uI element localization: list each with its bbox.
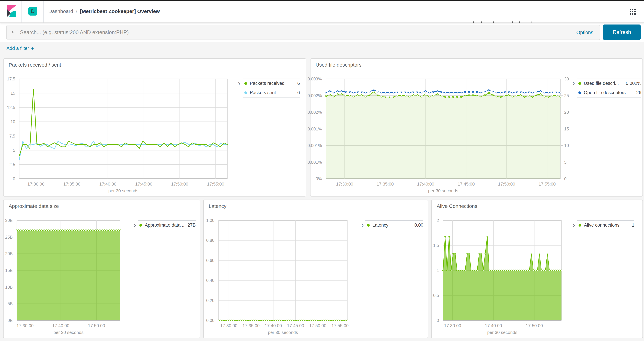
plus-icon: + xyxy=(31,45,34,51)
panel-title: Alive Connections xyxy=(437,203,477,209)
panel-packets-received-sent: Packets received / sent 17.51512.5107.55… xyxy=(3,58,306,197)
panel-used-file-descriptors: Used file descriptors 0.003%0.002%0.002%… xyxy=(310,58,643,197)
legend-swatch xyxy=(578,91,581,94)
legend-toggle-icon[interactable]: › xyxy=(361,221,364,229)
axis-tick xyxy=(561,179,563,179)
y-axis-label: 0.001% xyxy=(303,159,322,165)
y-axis-label: 15B xyxy=(0,268,13,273)
x-axis-label: 17:45:00 xyxy=(452,181,480,187)
options-link[interactable]: Options xyxy=(576,30,593,35)
chart-legend: Used file descri...0.002%Open file descr… xyxy=(577,79,641,97)
y-axis-label: 30B xyxy=(0,218,13,223)
legend-value: 6 xyxy=(297,81,300,86)
legend-row[interactable]: Latency0.00 xyxy=(365,220,423,230)
legend-label: Open file descriptors xyxy=(584,90,633,95)
search-input[interactable] xyxy=(16,29,576,35)
x-axis-label: 17:30:00 xyxy=(438,323,467,329)
chart-legend: Latency0.00 xyxy=(365,220,423,230)
legend-swatch xyxy=(367,224,370,227)
y-axis-label: 10B xyxy=(0,284,13,290)
x-axis-label: 17:50:00 xyxy=(82,323,111,329)
y-axis-label: 0% xyxy=(303,176,322,182)
chart-plot-area[interactable] xyxy=(17,220,120,320)
y-axis-label: 15 xyxy=(0,90,15,96)
chart-plot-area[interactable] xyxy=(443,220,562,320)
add-filter-button[interactable]: Add a filter + xyxy=(6,45,34,51)
y-axis-label: 17.5 xyxy=(0,76,15,82)
x-axis-label: 17:50:00 xyxy=(492,181,521,187)
legend-row[interactable]: Open file descriptors26 xyxy=(577,88,641,97)
x-axis-caption: per 30 seconds xyxy=(19,188,228,193)
query-bar-row: >_ Options Refresh xyxy=(0,23,644,42)
y-axis-label: 0.001% xyxy=(303,126,322,132)
legend-value: 27B xyxy=(188,223,196,228)
legend-toggle-icon[interactable]: › xyxy=(134,221,136,229)
y-axis-label: 5B xyxy=(0,301,13,307)
legend-row[interactable]: Alive connections1 xyxy=(577,220,634,230)
x-axis-label: 17:55:00 xyxy=(326,323,354,329)
legend-row[interactable]: Packets sent6 xyxy=(243,88,300,97)
chart-plot-area[interactable] xyxy=(19,79,228,179)
space-badge[interactable]: D xyxy=(28,7,37,15)
axis-tick xyxy=(561,79,563,79)
y-axis-label: 0.003% xyxy=(303,76,322,82)
header-divider xyxy=(43,0,44,22)
x-axis-caption: per 30 seconds xyxy=(17,330,120,335)
y-axis-label: 0 xyxy=(0,176,15,182)
legend-row[interactable]: Used file descri...0.002% xyxy=(577,79,641,88)
search-box: >_ Options xyxy=(6,25,600,40)
y-axis-label: 0.5 xyxy=(420,293,439,298)
refresh-button[interactable]: Refresh xyxy=(603,24,640,40)
panel-title: Used file descriptors xyxy=(316,62,362,68)
panel-approximate-data-size: Approximate data size 30B25B20B15B10B5B0… xyxy=(3,200,200,338)
y-axis-label: 1.5 xyxy=(420,243,439,248)
y-axis-label: 0 xyxy=(564,176,583,182)
legend-swatch xyxy=(578,82,581,85)
x-axis-label: 17:40:00 xyxy=(411,181,440,187)
axis-tick xyxy=(561,129,563,129)
axis-tick xyxy=(561,162,563,162)
legend-toggle-icon[interactable]: › xyxy=(572,79,575,87)
legend-swatch xyxy=(244,91,247,94)
breadcrumb-dashboard-link[interactable]: Dashboard xyxy=(48,8,73,14)
x-axis-caption: per 30 seconds xyxy=(443,330,562,335)
y-axis-label: 10 xyxy=(0,119,15,125)
chart-plot-area[interactable] xyxy=(326,79,560,179)
x-axis-label: 17:40:00 xyxy=(46,323,75,329)
y-axis-label: 0 xyxy=(420,318,439,323)
x-axis-label: 17:40:00 xyxy=(479,323,508,329)
y-axis-label: 5 xyxy=(0,147,15,153)
legend-toggle-icon[interactable]: › xyxy=(238,79,240,87)
legend-label: Alive connections xyxy=(584,223,629,228)
x-axis-label: 17:55:00 xyxy=(533,181,562,187)
app-header: D Dashboard / [Metricbeat Zookeeper] Ove… xyxy=(0,0,644,23)
chart-plot-area[interactable] xyxy=(218,220,347,320)
y-axis-label: 20B xyxy=(0,251,13,257)
y-axis-label: 7.5 xyxy=(0,133,15,139)
y-axis-label: 0.20 xyxy=(196,298,214,303)
legend-value: 1 xyxy=(632,223,634,228)
x-axis-caption: per 30 seconds xyxy=(218,330,347,335)
y-axis-label: 0.00 xyxy=(196,318,214,323)
filter-bar: Add a filter + xyxy=(0,42,644,56)
panel-alive-connections: Alive Connections 21.510.5017:30:0017:40… xyxy=(431,200,643,338)
x-axis-label: 17:30:00 xyxy=(330,181,359,187)
header-divider xyxy=(22,0,22,22)
legend-toggle-icon[interactable]: › xyxy=(573,221,575,229)
chart-legend: Alive connections1 xyxy=(577,220,634,230)
legend-row[interactable]: Approximate data ...27B xyxy=(138,220,196,230)
apps-grid-icon[interactable] xyxy=(630,8,636,15)
legend-label: Packets sent xyxy=(250,90,294,95)
y-axis-label: 0B xyxy=(0,318,13,323)
x-axis-label: 17:30:00 xyxy=(22,181,50,187)
y-axis-label: 2 xyxy=(420,218,439,223)
legend-value: 0.002% xyxy=(626,81,641,86)
legend-row[interactable]: Packets received6 xyxy=(243,79,300,88)
axis-tick xyxy=(561,112,563,112)
y-axis-label: 1.00 xyxy=(196,218,214,223)
kibana-logo-icon[interactable] xyxy=(7,5,18,17)
x-axis-label: 17:45:00 xyxy=(130,181,158,187)
legend-swatch xyxy=(139,224,142,227)
x-axis-label: 17:40:00 xyxy=(94,181,122,187)
x-axis-label: 17:55:00 xyxy=(201,181,230,187)
